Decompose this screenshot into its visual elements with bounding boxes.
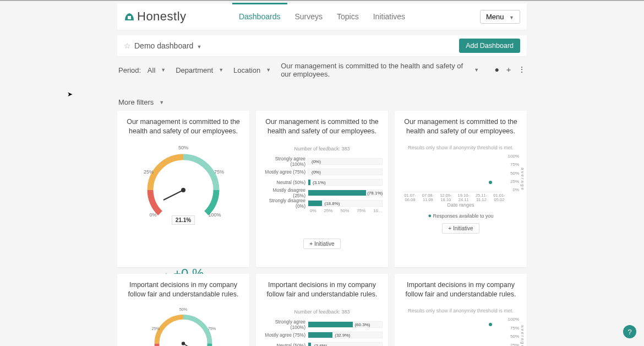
help-fab[interactable]: ? bbox=[623, 325, 636, 338]
card-gauge-2: Important decisions in my company follow… bbox=[117, 274, 249, 346]
svg-text:50%: 50% bbox=[178, 145, 188, 150]
star-icon[interactable]: ☆ bbox=[124, 41, 131, 50]
svg-point-17 bbox=[489, 323, 492, 326]
feedback-count: Number of feedback: 383 bbox=[261, 309, 383, 315]
gauge-chart: 50% 25% 75% 0% 100% bbox=[137, 142, 230, 224]
nav-dashboards[interactable]: Dashboards bbox=[239, 5, 281, 28]
chevron-down-icon: ▼ bbox=[509, 15, 514, 20]
xaxis-label: Date ranges bbox=[400, 202, 521, 208]
anonymity-note: Results only show if anonymity threshold… bbox=[400, 145, 521, 150]
card-title: Important decisions in my company follow… bbox=[123, 280, 244, 299]
svg-text:50%: 50% bbox=[179, 307, 188, 312]
card-title: Our management is committed to the healt… bbox=[261, 117, 383, 136]
card-title: Important decisions in my company follow… bbox=[400, 280, 521, 299]
brand-icon bbox=[124, 11, 135, 22]
filter-question[interactable]: Our management is committed to the healt… bbox=[281, 62, 479, 78]
filter-bar: Period: All▼ Department▼ Location▼ Our m… bbox=[117, 56, 527, 111]
chart-legend: ● Responses available to you bbox=[400, 212, 521, 219]
dashboard-subheader: ☆ Demo dashboard▼ Add Dashboard bbox=[117, 35, 527, 56]
app-header: Honestly Dashboards Surveys Topics Initi… bbox=[117, 3, 527, 30]
card-bar-2: Important decisions in my company follow… bbox=[256, 274, 388, 346]
nav-surveys[interactable]: Surveys bbox=[294, 5, 323, 28]
info-icon[interactable]: ● bbox=[495, 65, 499, 75]
mouse-cursor: ➤ bbox=[67, 90, 73, 98]
filter-period[interactable]: Period: All▼ bbox=[118, 66, 166, 74]
svg-rect-0 bbox=[128, 16, 131, 19]
more-icon[interactable]: ⋮ bbox=[518, 65, 526, 75]
card-title: Our management is committed to the healt… bbox=[400, 117, 521, 136]
anonymity-note: Results only show if anonymity threshold… bbox=[400, 308, 521, 313]
feedback-count: Number of feedback: 383 bbox=[261, 146, 383, 152]
svg-point-10 bbox=[489, 181, 492, 184]
nav-topics[interactable]: Topics bbox=[337, 5, 359, 28]
line-chart: 100% 75% 50% 25% 0% average 01.07- 06.08… bbox=[402, 154, 519, 202]
svg-text:100%: 100% bbox=[208, 212, 221, 218]
initiative-button[interactable]: Initiative bbox=[442, 223, 479, 234]
card-line-2: Important decisions in my company follow… bbox=[395, 274, 527, 346]
card-title: Our management is committed to the healt… bbox=[123, 117, 244, 136]
svg-text:0%: 0% bbox=[149, 212, 156, 218]
initiative-button[interactable]: Initiative bbox=[303, 239, 340, 249]
gauge-chart: 50% 25% 75% bbox=[137, 305, 230, 346]
card-title: Important decisions in my company follow… bbox=[261, 280, 383, 299]
dashboard-title[interactable]: Demo dashboard▼ bbox=[134, 41, 201, 50]
line-chart: 100% 75% 50% 25% average bbox=[402, 317, 519, 346]
gauge-value: 21.1% bbox=[172, 215, 195, 225]
filter-department[interactable]: Department▼ bbox=[176, 66, 223, 74]
menu-button[interactable]: Menu ▼ bbox=[480, 10, 520, 24]
plus-icon[interactable]: ＋ bbox=[505, 65, 512, 75]
svg-text:75%: 75% bbox=[208, 326, 216, 331]
main-nav: Dashboards Surveys Topics Initiatives bbox=[239, 5, 405, 28]
cards-grid: Our management is committed to the healt… bbox=[117, 111, 527, 346]
card-line-1: Our management is committed to the healt… bbox=[395, 111, 527, 267]
svg-text:25%: 25% bbox=[151, 326, 160, 331]
brand-logo: Honestly bbox=[124, 9, 187, 24]
svg-point-13 bbox=[182, 342, 185, 345]
brand-text: Honestly bbox=[137, 9, 187, 24]
nav-initiatives[interactable]: Initiatives bbox=[373, 5, 405, 28]
chevron-down-icon: ▼ bbox=[197, 44, 201, 50]
filter-more[interactable]: More filters▼ bbox=[118, 98, 164, 106]
card-gauge-1: Our management is committed to the healt… bbox=[117, 111, 249, 267]
svg-point-3 bbox=[181, 188, 185, 192]
svg-text:75%: 75% bbox=[214, 169, 224, 175]
add-dashboard-button[interactable]: Add Dashboard bbox=[459, 39, 520, 53]
filter-location[interactable]: Location▼ bbox=[233, 66, 271, 74]
card-bar-1: Our management is committed to the healt… bbox=[256, 111, 388, 267]
svg-text:25%: 25% bbox=[144, 169, 154, 175]
